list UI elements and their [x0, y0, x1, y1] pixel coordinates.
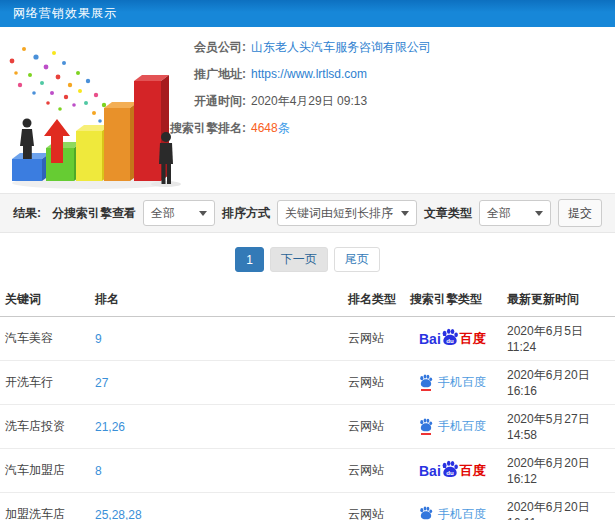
svg-text:du: du: [446, 469, 454, 476]
update-time-cell: 2020年6月20日 16:11: [502, 493, 615, 520]
rank-type-cell: 云网站: [343, 317, 405, 361]
table-body: 汽车美容 9 云网站 Bai du 百度 2020年: [0, 317, 615, 520]
ranking-count-row: 搜索引擎排名: 4648条: [186, 122, 615, 135]
promo-url-label: 推广地址:: [164, 68, 246, 81]
engine-filter-label: 分搜索引擎查看: [52, 205, 136, 222]
ranking-count-value: 4648: [251, 121, 278, 135]
table-row: 汽车加盟店 8 云网站 Bai du 百度 2020: [0, 449, 615, 493]
header-rank: 排名: [90, 282, 343, 317]
keyword-cell: 汽车美容: [0, 317, 90, 361]
member-company-label: 会员公司:: [164, 41, 246, 54]
sort-select[interactable]: 关键词由短到长排序: [277, 200, 417, 226]
result-label: 结果:: [13, 205, 41, 222]
table-row: 开洗车行 27 云网站 手: [0, 361, 615, 405]
bar-chart-illustration-icon: [0, 33, 186, 191]
mobile-baidu-paw-icon: [419, 374, 433, 388]
table-row: 加盟洗车店 25,28,28 云网站: [0, 493, 615, 520]
update-time-cell: 2020年6月20日 16:12: [502, 449, 615, 493]
keyword-cell: 洗车店投资: [0, 405, 90, 449]
keyword-cell: 汽车加盟店: [0, 449, 90, 493]
rank-type-cell: 云网站: [343, 449, 405, 493]
red-underline: [421, 433, 431, 435]
baidu-paw-icon: du: [441, 328, 459, 346]
ranking-count-suffix: 条: [278, 121, 290, 135]
table-row: 汽车美容 9 云网站 Bai du 百度 2020年: [0, 317, 615, 361]
promo-url-row: 推广地址: https://www.lrtlsd.com: [186, 68, 615, 81]
table-row: 洗车店投资 21,26 云网站: [0, 405, 615, 449]
page-1-button[interactable]: 1: [235, 247, 264, 272]
page-title-bar: 网络营销效果展示: [0, 0, 615, 27]
ranking-count-label: 搜索引擎排名:: [164, 122, 246, 135]
filter-bar: 结果: 分搜索引擎查看 全部 排序方式 关键词由短到长排序 文章类型 全部 提交: [0, 193, 615, 233]
article-type-value: 全部: [487, 205, 528, 222]
red-underline: [421, 389, 431, 391]
chevron-down-icon: [401, 211, 409, 216]
keyword-ranking-table: 关键词 排名 排名类型 搜索引擎类型 最新更新时间 汽车美容 9 云网站 Bai: [0, 282, 615, 520]
open-time-row: 开通时间: 2020年4月29日 09:13: [186, 95, 615, 108]
submit-button[interactable]: 提交: [558, 199, 602, 227]
member-company-link[interactable]: 山东老人头汽车服务咨询有限公司: [251, 40, 431, 54]
sort-label: 排序方式: [222, 205, 270, 222]
rank-link[interactable]: 27: [95, 376, 108, 390]
mobile-baidu-logo: 手机百度: [419, 418, 486, 435]
page: 网络营销效果展示: [0, 0, 615, 520]
rank-link[interactable]: 25,28,28: [95, 508, 142, 520]
keyword-cell: 加盟洗车店: [0, 493, 90, 520]
next-page-button[interactable]: 下一页: [270, 247, 328, 272]
open-time-label: 开通时间:: [164, 95, 246, 108]
update-time-cell: 2020年6月20日 16:16: [502, 361, 615, 405]
chevron-down-icon: [535, 211, 543, 216]
table-header-row: 关键词 排名 排名类型 搜索引擎类型 最新更新时间: [0, 282, 615, 317]
header-keyword: 关键词: [0, 282, 90, 317]
header-update-time: 最新更新时间: [502, 282, 615, 317]
engine-filter-value: 全部: [151, 205, 192, 222]
svg-text:du: du: [446, 337, 454, 344]
open-time-value: 2020年4月29日 09:13: [251, 94, 367, 108]
filter-group: 分搜索引擎查看 全部 排序方式 关键词由短到长排序 文章类型 全部 提交: [52, 199, 602, 227]
header-engine-type: 搜索引擎类型: [405, 282, 502, 317]
baidu-logo: Bai du 百度: [419, 460, 486, 481]
keyword-cell: 开洗车行: [0, 361, 90, 405]
mobile-baidu-logo: 手机百度: [419, 374, 486, 391]
marketing-growth-illustration: [0, 33, 186, 191]
rank-type-cell: 云网站: [343, 493, 405, 520]
update-time-cell: 2020年5月27日 14:58: [502, 405, 615, 449]
mobile-baidu-paw-icon: [419, 506, 433, 520]
member-info-fields: 会员公司: 山东老人头汽车服务咨询有限公司 推广地址: https://www.…: [186, 27, 615, 135]
baidu-paw-icon: du: [441, 460, 459, 478]
rank-link[interactable]: 8: [95, 464, 102, 478]
promo-url-link[interactable]: https://www.lrtlsd.com: [251, 67, 367, 81]
rank-link[interactable]: 9: [95, 332, 102, 346]
baidu-logo: Bai du 百度: [419, 328, 486, 349]
mobile-baidu-logo: 手机百度: [419, 506, 486, 520]
update-time-cell: 2020年6月5日 11:24: [502, 317, 615, 361]
sort-value: 关键词由短到长排序: [285, 205, 394, 222]
article-type-label: 文章类型: [424, 205, 472, 222]
rank-type-cell: 云网站: [343, 361, 405, 405]
member-company-row: 会员公司: 山东老人头汽车服务咨询有限公司: [186, 41, 615, 54]
info-section: 会员公司: 山东老人头汽车服务咨询有限公司 推广地址: https://www.…: [0, 27, 615, 193]
page-title: 网络营销效果展示: [13, 6, 117, 20]
header-rank-type: 排名类型: [343, 282, 405, 317]
last-page-button[interactable]: 尾页: [334, 247, 380, 272]
article-type-select[interactable]: 全部: [479, 200, 551, 226]
mobile-baidu-paw-icon: [419, 418, 433, 432]
pagination: 1 下一页 尾页: [0, 247, 615, 272]
rank-link[interactable]: 21,26: [95, 420, 125, 434]
chevron-down-icon: [199, 211, 207, 216]
engine-filter-select[interactable]: 全部: [143, 200, 215, 226]
rank-type-cell: 云网站: [343, 405, 405, 449]
